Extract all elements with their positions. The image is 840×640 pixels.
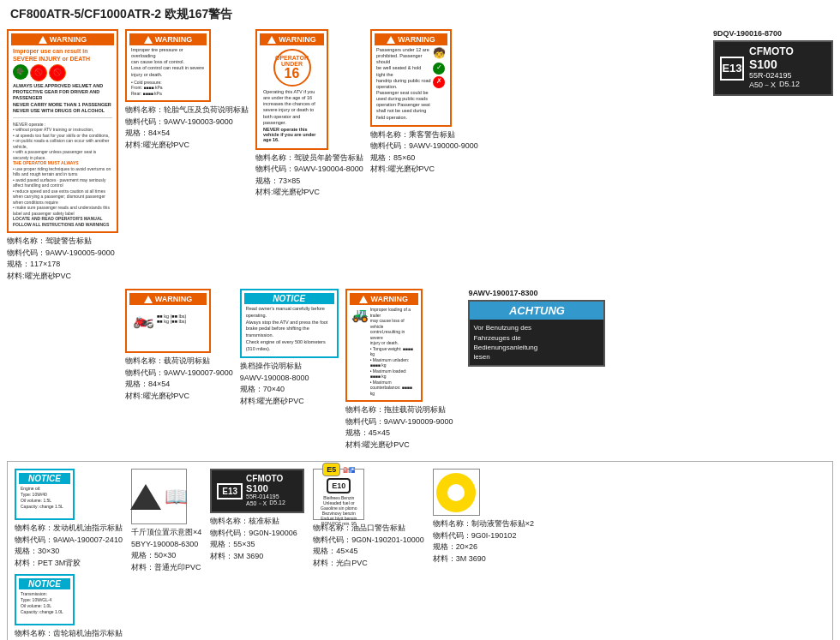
warning-label-3: WARNING OPERATOR UNDER 16 Operating this… xyxy=(255,29,363,282)
e5-badges: E5 ⛽🚰 xyxy=(322,463,355,476)
warning-info-2: 物料名称：轮胎气压及负荷说明标贴 物料代码：9AWV-190003-9000 规… xyxy=(125,105,249,151)
emark-bottom-cert1: 55R-014195 xyxy=(246,493,285,499)
warning-header-4: WARNING xyxy=(375,33,447,45)
pass-warning-icons: 🧒 ✓ ✗ xyxy=(433,47,446,121)
emark-bottom-brand: CFMOTO xyxy=(246,474,285,483)
warning-image-1: WARNING Improper use can result in SEVER… xyxy=(7,29,118,233)
achtung-label: 9AWV-190017-8300 ACHTUNG Vor Benutzung d… xyxy=(468,289,605,451)
achtung-body: Vor Benutzung des Fahrzeuges die Bedienu… xyxy=(470,320,603,365)
cross-icon: ✗ xyxy=(433,76,445,88)
fuel-icons: ⛽🚰 xyxy=(343,467,355,473)
e5-badge: E5 xyxy=(322,463,340,476)
emark-bottom-cert23: A50－X D5.12 xyxy=(246,499,285,508)
notice-transmission-info: 物料名称：齿轮箱机油指示标贴 物料代码：9AWA-190008 规格：30×30… xyxy=(15,628,123,640)
warning-triangle-2 xyxy=(144,36,153,44)
notice-info-1: 换档操作说明标贴 9AWV-190008-8000 规格：70×40 材料:曜光… xyxy=(240,361,309,407)
emark-brand: CFMOTO xyxy=(749,45,800,57)
warning-label-6: WARNING 🚜 Improper loading of a trailer … xyxy=(345,289,453,451)
emark-bottom-content: E13 CFMOTO S100 55R-014195 A50－X D5.12 xyxy=(217,474,297,508)
emark-bottom-e: E13 xyxy=(217,483,243,499)
nut-label-image xyxy=(433,469,480,516)
nut-label-info: 物料名称：制动液警告标贴×2 物料代码：9G0I-190102 规格：20×26… xyxy=(433,518,534,565)
warning-info-1: 物料名称：驾驶警告标贴 物料代码：9AWV-190005-9000 规格：117… xyxy=(7,236,115,282)
warning-info-4: 物料名称：乘客警告标贴 物料代码：9AWV-190000-9000 规格：85×… xyxy=(370,129,478,176)
warning-label-1: WARNING Improper use can result in SEVER… xyxy=(7,29,118,282)
no-pass-icon: 🚫 xyxy=(30,64,47,81)
warning-header-2: WARNING xyxy=(129,33,207,45)
warning-triangle-1 xyxy=(39,36,47,44)
warning-text-5: WARNING xyxy=(155,295,193,303)
triangle-shape xyxy=(130,484,161,510)
warning-label-4: WARNING Passengers under 12 are prohibit… xyxy=(370,29,478,282)
warning-text-4: WARNING xyxy=(398,35,435,44)
warning-body-1: Improper use can result in SEVERE INJURY… xyxy=(11,45,114,229)
notice-engine-image: NOTICE Engine oil: Type: 10W/40 Oil volu… xyxy=(15,469,75,520)
notice-transmission-body: Transmission: Type: 10W/GL-4 Oil volume:… xyxy=(19,589,70,617)
warning-image-6: WARNING 🚜 Improper loading of a trailer … xyxy=(345,289,423,402)
warning-text-6: WARNING xyxy=(370,295,408,303)
spacer-1 xyxy=(7,289,118,451)
load-values: ■■ kg (■■ lbs) ■■ kg (■■ lbs) xyxy=(157,314,186,324)
warning-info-6: 物料名称：拖挂载荷说明标贴 物料代码：9AWV-190009-9000 规格：4… xyxy=(345,404,453,451)
emark-bottom-model: S100 xyxy=(246,483,285,493)
second-row: WARNING 🏍️ ■■ kg (■■ lbs) ■■ kg (■■ lbs)… xyxy=(0,285,840,454)
trailer-text: Improper loading of a trailer may cause … xyxy=(370,307,417,396)
nut-label-card: 物料名称：制动液警告标贴×2 物料代码：9G0I-190102 规格：20×26… xyxy=(433,469,534,565)
warning-header-5: WARNING xyxy=(129,293,207,305)
achtung-header: ACHTUNG xyxy=(470,302,603,320)
warning-body-2: Improper tire pressure or overloading ca… xyxy=(129,45,207,98)
no-drug-icon: 🚫 xyxy=(49,64,66,81)
never-carry-text: NEVER CARRY MORE THAN 1 PASSENGER xyxy=(13,102,112,108)
emark-image: E13 CFMOTO S100 55R-024195 A50－X D5.12 xyxy=(713,40,833,96)
bottom-section-wrapper: NOTICE Engine oil: Type: 10W/40 Oil volu… xyxy=(0,461,840,640)
warning-body-4: Passengers under 12 are prohibited. Pass… xyxy=(375,45,447,123)
warning-image-4: WARNING Passengers under 12 are prohibit… xyxy=(370,29,452,127)
always-use-text: ALWAYS USE APPROVED HELMET AND PROTECTIV… xyxy=(13,83,112,101)
bottom-section: NOTICE Engine oil: Type: 10W/40 Oil volu… xyxy=(7,461,833,640)
emark-ref: 9DQV-190016-8700 xyxy=(713,29,782,38)
warning-label-2: WARNING Improper tire pressure or overlo… xyxy=(125,29,249,282)
helmet-icon: 🪖 xyxy=(13,64,28,80)
emark-bottom-info: 物料名称：核准标贴 物料代码：9G0N-190006 规格：55×35 材料：3… xyxy=(210,516,297,562)
operator-badge: OPERATOR UNDER 16 xyxy=(273,49,311,87)
notice-engine-info: 物料名称：发动机机油指示标贴 物料代码：9AWA-190007-2410 规格：… xyxy=(15,523,123,569)
notice-transmission-card: NOTICE Transmission: Type: 10W/GL-4 Oil … xyxy=(15,574,123,640)
e10-badge: E10 xyxy=(327,478,351,493)
emark-cert1: 55R-024195 xyxy=(749,71,800,80)
notice-engine-card: NOTICE Engine oil: Type: 10W/40 Oil volu… xyxy=(15,469,123,640)
warning-icons-1: 🪖 🚫 🚫 xyxy=(13,64,112,81)
emark-bottom-details: CFMOTO S100 55R-014195 A50－X D5.12 xyxy=(246,474,285,508)
warning-triangle-6 xyxy=(359,296,368,303)
notice-transmission-header: NOTICE xyxy=(19,578,70,589)
warning-label-5: WARNING 🏍️ ■■ kg (■■ lbs) ■■ kg (■■ lbs)… xyxy=(125,289,233,451)
warning-image-2: WARNING Improper tire pressure or overlo… xyxy=(125,29,211,102)
e5-label-card: E5 ⛽🚰 E10 Bleifrees BenzinUnleaded fuel … xyxy=(313,469,424,569)
notice-transmission-image: NOTICE Transmission: Type: 10W/GL-4 Oil … xyxy=(15,574,75,625)
operator-text: Operating this ATV if you are under the … xyxy=(263,89,321,126)
warning-triangle-3 xyxy=(267,36,276,44)
fuel-text: Bleifrees BenzinUnleaded fuel orGasoline… xyxy=(321,495,357,526)
triangle-sign-info: 千斤顶位置示意图×4 5BYY-190008-6300 规格：50×30 材料：… xyxy=(131,527,201,573)
warning-image-5: WARNING 🏍️ ■■ kg (■■ lbs) ■■ kg (■■ lbs) xyxy=(125,289,211,353)
notice-image-1: NOTICE Read owner's manual carefully bef… xyxy=(240,289,339,358)
triangle-sign-image: 📖 xyxy=(131,469,187,524)
operator-circle: OPERATOR UNDER 16 Operating this ATV if … xyxy=(260,45,324,146)
emark-label: 9DQV-190016-8700 E13 CFMOTO S100 55R-024… xyxy=(713,29,833,282)
achtung-ref: 9AWV-190017-8300 xyxy=(468,289,537,297)
emark-bottom-image: E13 CFMOTO S100 55R-014195 A50－X D5.12 xyxy=(210,469,304,513)
notice-label-1: NOTICE Read owner's manual carefully bef… xyxy=(240,289,339,451)
person-icon: 🧒 xyxy=(433,47,446,61)
warning-info-3: 物料名称：驾驶员年龄警告标贴 物料代码：9AWV-190004-8000 规格：… xyxy=(255,153,363,199)
warning-triangle-4 xyxy=(387,36,395,44)
e13-badge: E13 xyxy=(720,57,744,81)
notice-header-1: NOTICE xyxy=(244,293,334,304)
warning-triangle-5 xyxy=(144,296,153,303)
warning-info-5: 物料名称：载荷说明标贴 物料代码：9AWV-190007-9000 规格：84×… xyxy=(125,356,233,402)
check-icon: ✓ xyxy=(433,63,445,75)
pressure-rear: Rear: ■■■■ kPa xyxy=(131,91,205,97)
warning-text-1: WARNING xyxy=(50,35,87,44)
achtung-image: ACHTUNG Vor Benutzung des Fahrzeuges die… xyxy=(468,300,605,367)
warning-header-1: WARNING xyxy=(11,33,114,45)
notice-body-1: Read owner's manual carefully before ope… xyxy=(244,304,334,354)
emark-model: S100 xyxy=(749,57,800,71)
